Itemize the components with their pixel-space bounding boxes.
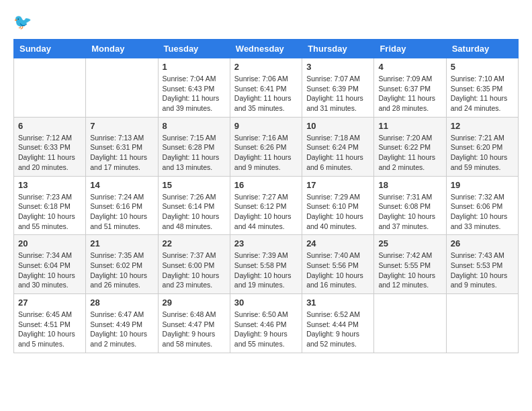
day-info: Sunrise: 7:13 AMSunset: 6:31 PMDaylight:… (90, 133, 153, 173)
day-info: Sunrise: 7:18 AMSunset: 6:24 PMDaylight:… (306, 133, 369, 173)
day-info: Sunrise: 7:32 AMSunset: 6:06 PMDaylight:… (451, 192, 514, 232)
day-info: Sunrise: 7:43 AMSunset: 5:53 PMDaylight:… (451, 250, 514, 290)
calendar-cell: 20Sunrise: 7:34 AMSunset: 6:04 PMDayligh… (14, 235, 86, 294)
calendar-cell: 23Sunrise: 7:39 AMSunset: 5:58 PMDayligh… (230, 235, 302, 294)
day-info: Sunrise: 7:40 AMSunset: 5:56 PMDaylight:… (306, 250, 369, 290)
calendar-cell: 1Sunrise: 7:04 AMSunset: 6:43 PMDaylight… (158, 58, 230, 118)
day-number: 6 (18, 121, 81, 131)
calendar-cell: 11Sunrise: 7:20 AMSunset: 6:22 PMDayligh… (374, 117, 446, 176)
day-info: Sunrise: 7:24 AMSunset: 6:16 PMDaylight:… (90, 192, 153, 232)
day-info: Sunrise: 6:47 AMSunset: 4:49 PMDaylight:… (90, 310, 153, 349)
column-header-friday: Friday (374, 40, 446, 58)
day-info: Sunrise: 7:39 AMSunset: 5:58 PMDaylight:… (234, 250, 298, 290)
day-number: 22 (163, 238, 226, 248)
day-number: 30 (234, 298, 298, 308)
calendar-cell: 9Sunrise: 7:16 AMSunset: 6:26 PMDaylight… (230, 117, 302, 176)
day-number: 26 (451, 238, 514, 248)
day-info: Sunrise: 7:12 AMSunset: 6:33 PMDaylight:… (18, 133, 81, 173)
calendar-week-row: 20Sunrise: 7:34 AMSunset: 6:04 PMDayligh… (14, 235, 519, 294)
calendar-cell: 22Sunrise: 7:37 AMSunset: 6:00 PMDayligh… (158, 235, 230, 294)
column-header-sunday: Sunday (14, 40, 86, 58)
calendar-cell: 27Sunrise: 6:45 AMSunset: 4:51 PMDayligh… (14, 294, 86, 353)
calendar-cell: 25Sunrise: 7:42 AMSunset: 5:55 PMDayligh… (374, 235, 446, 294)
day-info: Sunrise: 7:15 AMSunset: 6:28 PMDaylight:… (163, 133, 226, 173)
day-info: Sunrise: 7:27 AMSunset: 6:12 PMDaylight:… (234, 192, 298, 232)
column-header-saturday: Saturday (446, 40, 518, 58)
calendar-week-row: 27Sunrise: 6:45 AMSunset: 4:51 PMDayligh… (14, 294, 519, 353)
logo: 🐦 (13, 13, 32, 28)
day-info: Sunrise: 7:29 AMSunset: 6:10 PMDaylight:… (306, 192, 369, 232)
day-info: Sunrise: 7:23 AMSunset: 6:18 PMDaylight:… (18, 192, 81, 232)
day-info: Sunrise: 6:45 AMSunset: 4:51 PMDaylight:… (18, 310, 81, 349)
day-number: 29 (163, 298, 226, 308)
calendar-cell: 8Sunrise: 7:15 AMSunset: 6:28 PMDaylight… (158, 117, 230, 176)
calendar-cell (86, 58, 158, 118)
logo-bird-icon: 🐦 (13, 13, 32, 31)
day-number: 21 (90, 238, 153, 248)
day-info: Sunrise: 7:21 AMSunset: 6:20 PMDaylight:… (451, 133, 514, 173)
calendar-cell: 16Sunrise: 7:27 AMSunset: 6:12 PMDayligh… (230, 176, 302, 235)
day-number: 16 (234, 180, 298, 190)
calendar-cell: 21Sunrise: 7:35 AMSunset: 6:02 PMDayligh… (86, 235, 158, 294)
day-info: Sunrise: 7:31 AMSunset: 6:08 PMDaylight:… (378, 192, 441, 232)
calendar-cell: 4Sunrise: 7:09 AMSunset: 6:37 PMDaylight… (374, 58, 446, 118)
day-number: 15 (163, 180, 226, 190)
day-info: Sunrise: 7:42 AMSunset: 5:55 PMDaylight:… (378, 250, 441, 290)
column-header-monday: Monday (86, 40, 158, 58)
calendar-cell: 2Sunrise: 7:06 AMSunset: 6:41 PMDaylight… (230, 58, 302, 118)
day-number: 11 (378, 121, 441, 131)
day-info: Sunrise: 7:07 AMSunset: 6:39 PMDaylight:… (306, 74, 369, 113)
day-number: 23 (234, 238, 298, 248)
day-number: 10 (306, 121, 369, 131)
day-number: 3 (306, 62, 369, 72)
day-number: 28 (90, 298, 153, 308)
day-number: 20 (18, 238, 81, 248)
day-number: 27 (18, 298, 81, 308)
day-info: Sunrise: 7:10 AMSunset: 6:35 PMDaylight:… (451, 74, 514, 113)
calendar-cell: 18Sunrise: 7:31 AMSunset: 6:08 PMDayligh… (374, 176, 446, 235)
calendar-cell: 29Sunrise: 6:48 AMSunset: 4:47 PMDayligh… (158, 294, 230, 353)
day-number: 7 (90, 121, 153, 131)
calendar-cell (374, 294, 446, 353)
calendar-cell: 5Sunrise: 7:10 AMSunset: 6:35 PMDaylight… (446, 58, 518, 118)
day-info: Sunrise: 7:26 AMSunset: 6:14 PMDaylight:… (163, 192, 226, 232)
day-number: 18 (378, 180, 441, 190)
calendar-cell: 17Sunrise: 7:29 AMSunset: 6:10 PMDayligh… (302, 176, 374, 235)
day-info: Sunrise: 7:20 AMSunset: 6:22 PMDaylight:… (378, 133, 441, 173)
calendar-week-row: 6Sunrise: 7:12 AMSunset: 6:33 PMDaylight… (14, 117, 519, 176)
calendar-cell: 13Sunrise: 7:23 AMSunset: 6:18 PMDayligh… (14, 176, 86, 235)
calendar-cell: 12Sunrise: 7:21 AMSunset: 6:20 PMDayligh… (446, 117, 518, 176)
day-info: Sunrise: 7:37 AMSunset: 6:00 PMDaylight:… (163, 250, 226, 290)
day-info: Sunrise: 7:09 AMSunset: 6:37 PMDaylight:… (378, 74, 441, 113)
column-header-tuesday: Tuesday (158, 40, 230, 58)
calendar-cell (446, 294, 518, 353)
day-number: 4 (378, 62, 441, 72)
day-info: Sunrise: 6:50 AMSunset: 4:46 PMDaylight:… (234, 310, 298, 349)
day-number: 25 (378, 238, 441, 248)
calendar-cell: 28Sunrise: 6:47 AMSunset: 4:49 PMDayligh… (86, 294, 158, 353)
calendar-cell (14, 58, 86, 118)
column-header-thursday: Thursday (302, 40, 374, 58)
day-info: Sunrise: 6:52 AMSunset: 4:44 PMDaylight:… (306, 310, 369, 349)
calendar-cell: 6Sunrise: 7:12 AMSunset: 6:33 PMDaylight… (14, 117, 86, 176)
day-number: 8 (163, 121, 226, 131)
day-number: 31 (306, 298, 369, 308)
calendar-header-row: SundayMondayTuesdayWednesdayThursdayFrid… (14, 40, 519, 58)
calendar-cell: 19Sunrise: 7:32 AMSunset: 6:06 PMDayligh… (446, 176, 518, 235)
day-info: Sunrise: 7:35 AMSunset: 6:02 PMDaylight:… (90, 250, 153, 290)
calendar-table: SundayMondayTuesdayWednesdayThursdayFrid… (13, 39, 519, 353)
day-number: 19 (451, 180, 514, 190)
calendar-cell: 3Sunrise: 7:07 AMSunset: 6:39 PMDaylight… (302, 58, 374, 118)
day-number: 17 (306, 180, 369, 190)
calendar-week-row: 13Sunrise: 7:23 AMSunset: 6:18 PMDayligh… (14, 176, 519, 235)
calendar-cell: 10Sunrise: 7:18 AMSunset: 6:24 PMDayligh… (302, 117, 374, 176)
day-info: Sunrise: 7:04 AMSunset: 6:43 PMDaylight:… (163, 74, 226, 113)
day-info: Sunrise: 7:16 AMSunset: 6:26 PMDaylight:… (234, 133, 298, 173)
column-header-wednesday: Wednesday (230, 40, 302, 58)
day-info: Sunrise: 6:48 AMSunset: 4:47 PMDaylight:… (163, 310, 226, 349)
calendar-cell: 31Sunrise: 6:52 AMSunset: 4:44 PMDayligh… (302, 294, 374, 353)
page-header: 🐦 (13, 13, 519, 28)
calendar-cell: 26Sunrise: 7:43 AMSunset: 5:53 PMDayligh… (446, 235, 518, 294)
day-number: 12 (451, 121, 514, 131)
day-number: 24 (306, 238, 369, 248)
